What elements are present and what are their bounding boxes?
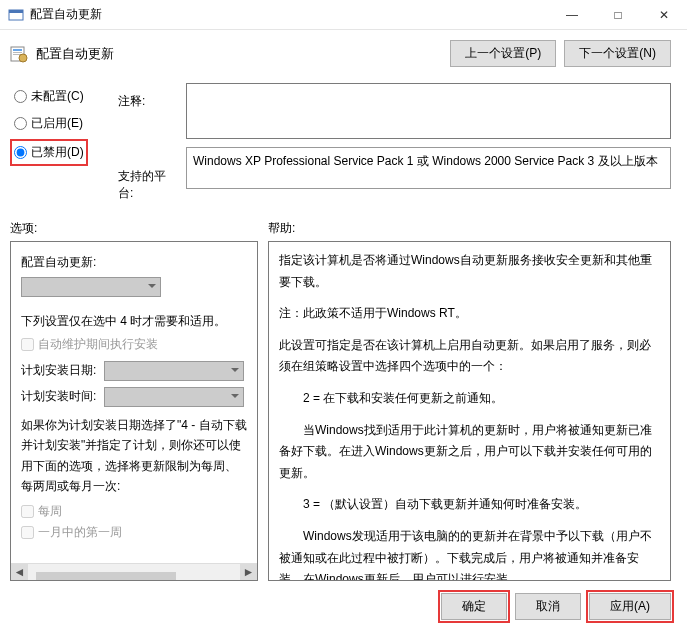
help-label: 帮助: xyxy=(268,220,295,237)
options-content[interactable]: 配置自动更新: 下列设置仅在选中 4 时才需要和适用。 自动维护期间执行安装 计… xyxy=(11,242,257,563)
options-note2: 如果你为计划安装日期选择了"4 - 自动下载并计划安装"并指定了计划，则你还可以… xyxy=(21,415,247,497)
help-pane[interactable]: 指定该计算机是否将通过Windows自动更新服务接收安全更新和其他重要下载。 注… xyxy=(268,241,671,581)
next-setting-button[interactable]: 下一个设置(N) xyxy=(564,40,671,67)
checkbox-weekly-input[interactable] xyxy=(21,505,34,518)
radio-disabled-input[interactable] xyxy=(14,146,27,159)
radio-group: 未配置(C) 已启用(E) 已禁用(D) xyxy=(10,83,110,208)
checkbox-weekly-label: 每周 xyxy=(38,503,62,520)
checkbox-first-week-label: 一月中的第一周 xyxy=(38,524,122,541)
help-p3: 此设置可指定是否在该计算机上启用自动更新。如果启用了服务，则必须在组策略设置中选… xyxy=(279,335,660,378)
sched-day-combobox[interactable] xyxy=(104,361,244,381)
checkbox-first-week[interactable]: 一月中的第一周 xyxy=(21,524,247,541)
field-values: Windows XP Professional Service Pack 1 或… xyxy=(186,83,671,208)
cancel-button[interactable]: 取消 xyxy=(515,593,581,620)
help-p4: 2 = 在下载和安装任何更新之前通知。 xyxy=(279,388,660,410)
checkbox-maintenance[interactable]: 自动维护期间执行安装 xyxy=(21,336,247,353)
help-p1: 指定该计算机是否将通过Windows自动更新服务接收安全更新和其他重要下载。 xyxy=(279,250,660,293)
scroll-thumb[interactable] xyxy=(36,572,176,581)
radio-disabled-label: 已禁用(D) xyxy=(31,144,84,161)
radio-disabled[interactable]: 已禁用(D) xyxy=(10,139,88,166)
sched-time-combobox[interactable] xyxy=(104,387,244,407)
radio-not-configured[interactable]: 未配置(C) xyxy=(10,83,110,110)
radio-enabled-input[interactable] xyxy=(14,117,27,130)
sched-day-label: 计划安装日期: xyxy=(21,361,247,381)
header: 配置自动更新 上一个设置(P) 下一个设置(N) xyxy=(0,30,687,79)
svg-rect-1 xyxy=(9,10,23,13)
prev-setting-button[interactable]: 上一个设置(P) xyxy=(450,40,556,67)
radio-enabled[interactable]: 已启用(E) xyxy=(10,110,110,137)
checkbox-maintenance-label: 自动维护期间执行安装 xyxy=(38,336,158,353)
svg-rect-4 xyxy=(13,52,22,53)
footer: 确定 取消 应用(A) xyxy=(0,581,687,632)
close-button[interactable]: ✕ xyxy=(641,0,687,30)
page-icon xyxy=(10,45,28,63)
apply-button[interactable]: 应用(A) xyxy=(589,593,671,620)
radio-not-configured-label: 未配置(C) xyxy=(31,88,84,105)
ok-button[interactable]: 确定 xyxy=(441,593,507,620)
help-p5: 当Windows找到适用于此计算机的更新时，用户将被通知更新已准备好下载。在进入… xyxy=(279,420,660,485)
options-note1: 下列设置仅在选中 4 时才需要和适用。 xyxy=(21,313,247,330)
options-label: 选项: xyxy=(10,220,258,237)
config-combobox[interactable] xyxy=(21,277,161,297)
help-p2: 注：此政策不适用于Windows RT。 xyxy=(279,303,660,325)
checkbox-weekly[interactable]: 每周 xyxy=(21,503,247,520)
checkbox-maintenance-input[interactable] xyxy=(21,338,34,351)
window-title: 配置自动更新 xyxy=(30,6,549,23)
comment-label: 注释: xyxy=(118,87,178,116)
svg-point-6 xyxy=(19,54,27,62)
radio-enabled-label: 已启用(E) xyxy=(31,115,83,132)
checkbox-first-week-input[interactable] xyxy=(21,526,34,539)
supported-platform-text: Windows XP Professional Service Pack 1 或… xyxy=(186,147,671,189)
panels-header: 选项: 帮助: xyxy=(0,212,687,241)
sched-time-label: 计划安装时间: xyxy=(21,387,247,407)
svg-rect-3 xyxy=(13,49,22,51)
scroll-left-icon[interactable]: ◄ xyxy=(11,564,28,581)
field-labels: 注释: 支持的平台: xyxy=(118,83,178,208)
help-p7: Windows发现适用于该电脑的的更新并在背景中予以下载（用户不被通知或在此过程… xyxy=(279,526,660,581)
scroll-right-icon[interactable]: ► xyxy=(240,564,257,581)
radio-not-configured-input[interactable] xyxy=(14,90,27,103)
options-pane: 配置自动更新: 下列设置仅在选中 4 时才需要和适用。 自动维护期间执行安装 计… xyxy=(10,241,258,581)
platform-label: 支持的平台: xyxy=(118,162,178,208)
options-section-title: 配置自动更新: xyxy=(21,254,247,271)
app-icon xyxy=(8,7,24,23)
config-section: 未配置(C) 已启用(E) 已禁用(D) 注释: 支持的平台: Windows … xyxy=(0,79,687,212)
panes: 配置自动更新: 下列设置仅在选中 4 时才需要和适用。 自动维护期间执行安装 计… xyxy=(0,241,687,581)
page-title: 配置自动更新 xyxy=(36,45,442,63)
window-controls: — □ ✕ xyxy=(549,0,687,30)
minimize-button[interactable]: — xyxy=(549,0,595,30)
maximize-button[interactable]: □ xyxy=(595,0,641,30)
comment-textarea[interactable] xyxy=(186,83,671,139)
options-hscrollbar[interactable]: ◄ ► xyxy=(11,563,257,580)
help-p6: 3 = （默认设置）自动下载更新并通知何时准备安装。 xyxy=(279,494,660,516)
titlebar: 配置自动更新 — □ ✕ xyxy=(0,0,687,30)
